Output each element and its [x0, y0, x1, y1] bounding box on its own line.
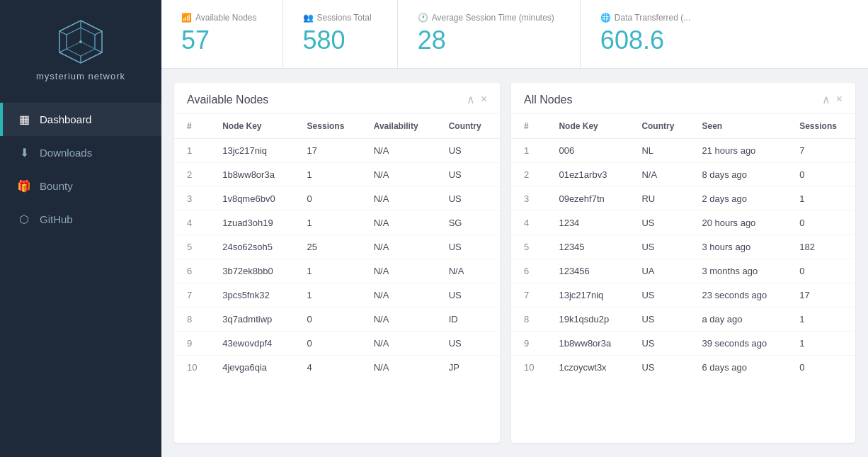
table-cell: NL	[632, 139, 692, 163]
table-cell: N/A	[364, 235, 439, 259]
table-cell: N/A	[364, 283, 439, 308]
available-nodes-tbody: 113jc217niq17N/AUS21b8ww8or3a1N/AUS31v8q…	[174, 139, 500, 380]
sidebar-item-downloads[interactable]: ⬇ Downloads	[0, 136, 161, 169]
all-nodes-panel: All Nodes ∧ × # Node Key Country Seen Se…	[511, 83, 855, 443]
table-cell: US	[439, 332, 500, 356]
table-cell: 006	[549, 139, 632, 163]
table-cell: US	[439, 235, 500, 259]
table-cell: N/A	[364, 139, 439, 163]
table-cell: 23 seconds ago	[692, 283, 789, 308]
table-cell: 43ewovdpf4	[212, 332, 297, 356]
table-cell: N/A	[364, 356, 439, 380]
table-row: 1006NL21 hours ago7	[511, 139, 855, 163]
all-nodes-collapse-icon[interactable]: ∧	[822, 93, 830, 106]
table-cell: 123456	[549, 259, 632, 283]
github-icon: ⬡	[17, 213, 31, 226]
table-cell: 1	[789, 332, 855, 356]
table-cell: 13jc217niq	[549, 283, 632, 308]
table-row: 713jc217niqUS23 seconds ago17	[511, 283, 855, 308]
stat-sessions-total: 👥 Sessions Total 580	[283, 0, 398, 68]
available-nodes-collapse-icon[interactable]: ∧	[467, 93, 475, 106]
stat-data-transferred-label: 🌐 Data Transferred (...	[600, 13, 690, 23]
sidebar-item-bounty[interactable]: 🎁 Bounty	[0, 169, 161, 203]
table-cell: US	[439, 187, 500, 211]
table-cell: 1	[297, 163, 364, 187]
table-cell: 0	[789, 211, 855, 235]
table-row: 104jevga6qia4N/AJP	[174, 356, 500, 380]
table-cell: UA	[632, 259, 692, 283]
available-nodes-panel: Available Nodes ∧ × # Node Key Sessions …	[174, 83, 500, 443]
table-cell: 3b72ek8bb0	[212, 259, 297, 283]
svg-line-12	[67, 42, 81, 49]
table-cell: 1zuad3oh19	[212, 211, 297, 235]
stat-available-nodes-label: 📶 Available Nodes	[181, 13, 257, 23]
table-cell: N/A	[364, 332, 439, 356]
table-cell: US	[632, 332, 692, 356]
table-cell: N/A	[439, 259, 500, 283]
table-cell: 10	[511, 356, 549, 380]
table-cell: N/A	[364, 308, 439, 332]
svg-line-7	[59, 31, 67, 35]
table-cell: N/A	[364, 259, 439, 283]
table-cell: 24so62soh5	[212, 235, 297, 259]
table-cell: 6 days ago	[692, 356, 789, 380]
sidebar-item-github[interactable]: ⬡ GitHub	[0, 203, 161, 236]
sidebar-item-bounty-label: Bounty	[40, 180, 73, 192]
table-cell: US	[632, 283, 692, 308]
stat-sessions-total-value: 580	[303, 26, 372, 55]
all-nodes-table-body: # Node Key Country Seen Sessions 1006NL2…	[511, 114, 855, 443]
table-cell: 8	[174, 308, 212, 332]
table-cell: 0	[789, 259, 855, 283]
table-cell: 1	[174, 139, 212, 163]
table-cell: 3pcs5fnk32	[212, 283, 297, 308]
svg-line-4	[95, 49, 102, 52]
all-col-header-country: Country	[632, 114, 692, 139]
table-cell: US	[632, 308, 692, 332]
table-cell: 0	[297, 332, 364, 356]
table-cell: 5	[511, 235, 549, 259]
stat-avg-session-value: 28	[418, 26, 554, 55]
logo-icon	[52, 17, 109, 67]
table-row: 309ezehf7tnRU2 days ago1	[511, 187, 855, 211]
sidebar-item-downloads-label: Downloads	[40, 147, 92, 159]
svg-line-8	[67, 28, 81, 35]
table-row: 31v8qme6bv00N/AUS	[174, 187, 500, 211]
all-nodes-panel-header: All Nodes ∧ ×	[511, 83, 855, 114]
table-cell: 20 hours ago	[692, 211, 789, 235]
svg-line-9	[81, 28, 95, 35]
logo-area: mysterium network	[0, 0, 161, 96]
table-row: 63b72ek8bb01N/AN/A	[174, 259, 500, 283]
dashboard-icon: ▦	[17, 113, 31, 126]
table-cell: 1	[297, 211, 364, 235]
table-cell: 7	[511, 283, 549, 308]
table-row: 91b8ww8or3aUS39 seconds ago1	[511, 332, 855, 356]
all-nodes-tbody: 1006NL21 hours ago7201ez1arbv3N/A8 days …	[511, 139, 855, 380]
table-row: 819k1qsdu2pUSa day ago1	[511, 308, 855, 332]
table-row: 73pcs5fnk321N/AUS	[174, 283, 500, 308]
table-cell: 17	[297, 139, 364, 163]
available-nodes-close-icon[interactable]: ×	[481, 93, 487, 106]
sidebar-item-dashboard-label: Dashboard	[40, 113, 91, 125]
table-cell: 182	[789, 235, 855, 259]
table-cell: 2 days ago	[692, 187, 789, 211]
table-row: 83q7admtiwp0N/AID	[174, 308, 500, 332]
all-nodes-close-icon[interactable]: ×	[836, 93, 843, 106]
table-cell: 1	[297, 283, 364, 308]
table-cell: 17	[789, 283, 855, 308]
col-header-num: #	[174, 114, 212, 139]
stat-available-nodes-value: 57	[181, 26, 257, 55]
main-content: 📶 Available Nodes 57 👥 Sessions Total 58…	[161, 0, 868, 457]
table-cell: 8 days ago	[692, 163, 789, 187]
table-cell: 25	[297, 235, 364, 259]
clock-icon: 🕐	[418, 13, 428, 23]
table-cell: 1	[297, 259, 364, 283]
nav-list: ▦ Dashboard ⬇ Downloads 🎁 Bounty ⬡ GitHu…	[0, 103, 161, 236]
table-cell: 21 hours ago	[692, 139, 789, 163]
logo-text: mysterium network	[36, 71, 125, 81]
sidebar-item-dashboard[interactable]: ▦ Dashboard	[0, 103, 161, 136]
available-nodes-panel-header: Available Nodes ∧ ×	[174, 83, 500, 114]
table-cell: 3	[511, 187, 549, 211]
svg-point-15	[79, 40, 82, 43]
svg-line-13	[81, 42, 95, 49]
bounty-icon: 🎁	[17, 179, 31, 193]
